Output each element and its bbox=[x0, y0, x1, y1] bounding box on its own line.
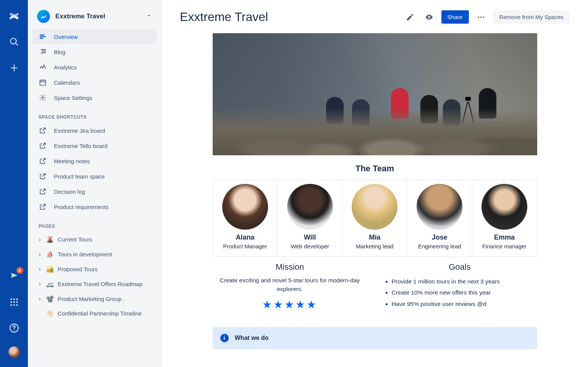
svg-point-8 bbox=[16, 304, 18, 306]
nav-overview[interactable]: Overview bbox=[32, 29, 157, 44]
notifications-icon[interactable]: 6 bbox=[6, 269, 22, 284]
team-member-name: Jose bbox=[410, 233, 469, 241]
svg-rect-11 bbox=[40, 80, 46, 85]
search-icon[interactable] bbox=[6, 34, 22, 50]
panel-title: What we do bbox=[235, 335, 269, 341]
team-card: Emma Finance manager bbox=[472, 180, 537, 256]
watch-icon[interactable] bbox=[422, 10, 436, 24]
confluence-logo-icon[interactable] bbox=[6, 8, 22, 24]
page-tree-item[interactable]: › 🚐 Exxtreme Travel Offers Roadmap bbox=[32, 277, 157, 291]
svg-point-13 bbox=[428, 16, 430, 18]
goal-item: Have 95% positive user reviews @d bbox=[392, 298, 537, 309]
shortcuts-list: Exxtreme Jira board Exxtreme Tello board… bbox=[28, 123, 161, 214]
svg-point-10 bbox=[13, 330, 15, 331]
page-header: Exxtreme Travel Share Remove from My Spa… bbox=[180, 10, 570, 24]
chevron-right-icon[interactable]: › bbox=[37, 295, 42, 303]
shortcut-item[interactable]: Exxtreme Tello board bbox=[32, 138, 157, 153]
more-actions-icon[interactable] bbox=[474, 10, 488, 24]
page-label: Product Marketing Group . bbox=[58, 296, 125, 302]
team-heading: The Team bbox=[213, 164, 537, 174]
space-logo-icon bbox=[37, 10, 50, 23]
team-avatar bbox=[287, 184, 333, 230]
global-nav-rail: 6 bbox=[0, 0, 28, 367]
nav-analytics[interactable]: Analytics bbox=[32, 60, 157, 75]
pages-heading: PAGES bbox=[28, 214, 161, 232]
team-card: Mia Marketing lead bbox=[342, 180, 407, 256]
chevron-right-icon[interactable]: › bbox=[37, 280, 42, 288]
team-member-role: Finance manager bbox=[475, 243, 534, 249]
app-switcher-icon[interactable] bbox=[6, 295, 22, 310]
shortcut-label: Exxtreme Tello board bbox=[54, 143, 108, 149]
shortcut-item[interactable]: Product team space bbox=[32, 169, 157, 184]
calendar-icon bbox=[39, 79, 47, 86]
gear-icon bbox=[39, 94, 47, 101]
chevron-down-icon bbox=[146, 13, 152, 21]
mission-block: Mission Create exciting and novel 5-star… bbox=[213, 262, 367, 311]
page-tree-item[interactable]: › 🏜️ Proposed Tours bbox=[32, 262, 157, 277]
goals-list: Provide 1 million tours in the next 3 ye… bbox=[383, 276, 537, 309]
create-icon[interactable] bbox=[6, 60, 22, 76]
page-emoji: 🏜️ bbox=[46, 266, 54, 273]
chevron-right-icon[interactable]: › bbox=[37, 265, 42, 273]
team-card: Jose Engineering lead bbox=[407, 180, 472, 256]
help-icon[interactable] bbox=[6, 320, 22, 336]
page-label: Current Tours bbox=[58, 236, 92, 243]
svg-point-14 bbox=[478, 16, 479, 18]
page-emoji: 👋🏻 bbox=[46, 310, 54, 317]
svg-point-3 bbox=[10, 301, 12, 303]
nav-blog[interactable]: Blog bbox=[32, 44, 157, 60]
page-tree-item[interactable]: › 🌋 Current Tours bbox=[32, 232, 157, 247]
shortcuts-heading: SPACE SHORTCUTS bbox=[28, 105, 161, 123]
page-tree-item[interactable]: 👋🏻 Confidential Partnership Timeline bbox=[32, 306, 157, 320]
page-tree-item[interactable]: › ⛵ Tours in development bbox=[32, 247, 157, 262]
blog-icon bbox=[39, 48, 47, 56]
page-emoji: 🌋 bbox=[46, 236, 54, 243]
shortcut-label: Decision log bbox=[54, 188, 85, 195]
hero-image bbox=[213, 33, 537, 155]
svg-point-2 bbox=[16, 298, 18, 300]
page-tree-item[interactable]: › 📽️ Product Marketing Group . bbox=[32, 291, 157, 306]
profile-avatar[interactable] bbox=[8, 346, 20, 358]
svg-point-7 bbox=[13, 304, 15, 306]
edit-icon[interactable] bbox=[403, 10, 417, 24]
svg-point-0 bbox=[10, 298, 12, 300]
space-name: Exxtreme Travel bbox=[55, 13, 105, 20]
nav-label: Calendars bbox=[54, 79, 80, 86]
remove-from-spaces-button[interactable]: Remove from My Spaces bbox=[493, 10, 570, 24]
external-link-icon bbox=[39, 188, 47, 195]
space-switcher[interactable]: Exxtreme Travel bbox=[28, 7, 161, 29]
page-label: Proposed Tours bbox=[58, 266, 98, 272]
team-member-role: Engineering lead bbox=[410, 243, 469, 249]
tripod-icon bbox=[462, 97, 474, 124]
shortcut-label: Exxtreme Jira board bbox=[54, 127, 105, 134]
team-grid: Alana Product Manager Will Web developer… bbox=[213, 180, 537, 257]
goals-heading: Goals bbox=[383, 262, 537, 272]
team-card: Alana Product Manager bbox=[213, 180, 278, 256]
nav-label: Analytics bbox=[54, 64, 77, 71]
shortcut-item[interactable]: Product requirements bbox=[32, 199, 157, 214]
team-avatar bbox=[481, 184, 527, 230]
mission-text: Create exciting and novel 5-star tours f… bbox=[213, 276, 367, 294]
notification-badge: 6 bbox=[16, 267, 23, 274]
chevron-right-icon[interactable]: › bbox=[37, 235, 42, 243]
team-member-name: Will bbox=[281, 233, 339, 241]
shortcut-item[interactable]: Meeting notes bbox=[32, 153, 157, 169]
shortcut-item[interactable]: Decision log bbox=[32, 184, 157, 199]
nav-space-settings[interactable]: Space Settings bbox=[32, 90, 157, 105]
info-panel: i What we do bbox=[213, 327, 537, 349]
team-avatar bbox=[352, 184, 397, 230]
team-member-role: Web developer bbox=[281, 243, 339, 249]
team-avatar bbox=[222, 184, 268, 230]
nav-calendars[interactable]: Calendars bbox=[32, 75, 157, 90]
share-button[interactable]: Share bbox=[441, 10, 469, 24]
external-link-icon bbox=[39, 203, 47, 211]
svg-point-4 bbox=[13, 301, 15, 303]
team-member-role: Product Manager bbox=[216, 243, 275, 249]
svg-point-12 bbox=[42, 97, 44, 99]
shortcut-item[interactable]: Exxtreme Jira board bbox=[32, 123, 157, 138]
team-avatar bbox=[417, 184, 462, 230]
page-main: Exxtreme Travel Share Remove from My Spa… bbox=[162, 0, 588, 367]
chevron-right-icon[interactable]: › bbox=[37, 250, 42, 258]
page-emoji: 📽️ bbox=[46, 295, 54, 303]
page-label: Confidential Partnership Timeline bbox=[58, 310, 142, 317]
